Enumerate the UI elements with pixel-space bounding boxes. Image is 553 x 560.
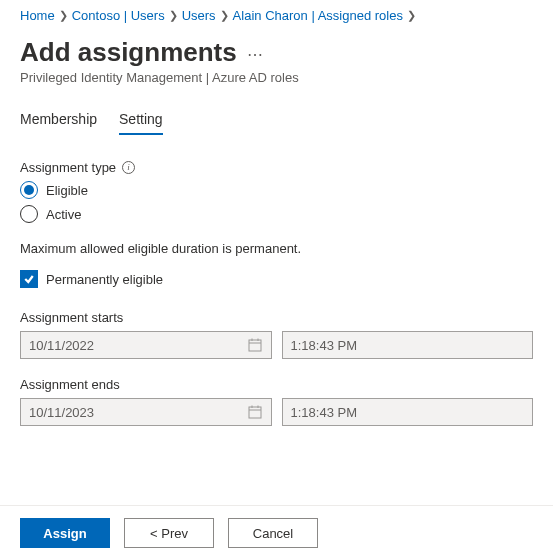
svg-rect-4: [249, 407, 261, 418]
assignment-starts-date[interactable]: 10/11/2022: [20, 331, 272, 359]
assign-button[interactable]: Assign: [20, 518, 110, 548]
permanently-eligible-label: Permanently eligible: [46, 272, 163, 287]
calendar-icon: [247, 337, 263, 353]
breadcrumb-users[interactable]: Users: [182, 8, 216, 23]
radio-eligible-label: Eligible: [46, 183, 88, 198]
assignment-ends-label: Assignment ends: [20, 377, 533, 392]
chevron-right-icon: ❯: [169, 9, 178, 22]
tab-membership[interactable]: Membership: [20, 107, 97, 135]
breadcrumb: Home ❯ Contoso | Users ❯ Users ❯ Alain C…: [20, 8, 533, 23]
tabs: Membership Setting: [20, 107, 533, 136]
checkbox-icon: [20, 270, 38, 288]
chevron-right-icon: ❯: [220, 9, 229, 22]
assignment-starts-time[interactable]: 1:18:43 PM: [282, 331, 534, 359]
assignment-ends-time[interactable]: 1:18:43 PM: [282, 398, 534, 426]
radio-active-label: Active: [46, 207, 81, 222]
more-icon[interactable]: ⋯: [247, 39, 263, 64]
radio-icon: [20, 205, 38, 223]
tab-setting[interactable]: Setting: [119, 107, 163, 135]
assignment-type-radio-group: Eligible Active: [20, 181, 533, 223]
breadcrumb-alain-assigned-roles[interactable]: Alain Charon | Assigned roles: [233, 8, 403, 23]
prev-button[interactable]: < Prev: [124, 518, 214, 548]
radio-icon: [20, 181, 38, 199]
radio-eligible[interactable]: Eligible: [20, 181, 533, 199]
cancel-button[interactable]: Cancel: [228, 518, 318, 548]
assignment-ends-date[interactable]: 10/11/2023: [20, 398, 272, 426]
assignment-type-label: Assignment type i: [20, 160, 533, 175]
page-subtitle: Privileged Identity Management | Azure A…: [20, 70, 533, 85]
permanently-eligible-checkbox[interactable]: Permanently eligible: [20, 270, 533, 288]
page-title: Add assignments: [20, 37, 237, 68]
radio-active[interactable]: Active: [20, 205, 533, 223]
calendar-icon: [247, 404, 263, 420]
breadcrumb-home[interactable]: Home: [20, 8, 55, 23]
chevron-right-icon: ❯: [59, 9, 68, 22]
info-icon[interactable]: i: [122, 161, 135, 174]
footer: Assign < Prev Cancel: [0, 505, 553, 560]
chevron-right-icon: ❯: [407, 9, 416, 22]
svg-rect-0: [249, 340, 261, 351]
assignment-starts-label: Assignment starts: [20, 310, 533, 325]
breadcrumb-contoso-users[interactable]: Contoso | Users: [72, 8, 165, 23]
max-duration-note: Maximum allowed eligible duration is per…: [20, 241, 533, 256]
